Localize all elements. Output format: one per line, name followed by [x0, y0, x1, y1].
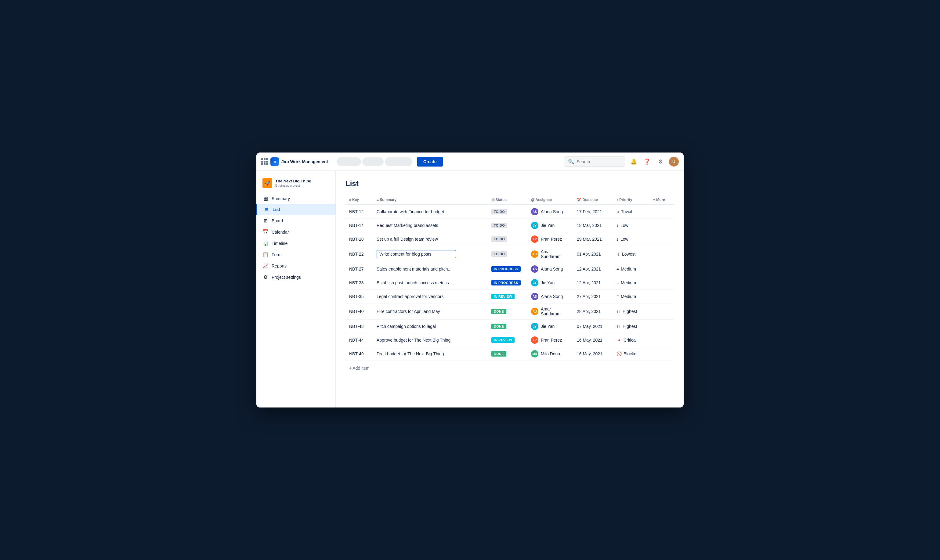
cell-key[interactable]: NBT-33: [345, 276, 373, 290]
notifications-button[interactable]: 🔔: [629, 157, 638, 166]
cell-summary[interactable]: Set up a full Design team review: [373, 232, 488, 246]
cell-assignee[interactable]: AUAmar Sundaram: [527, 303, 573, 320]
col-header-summary[interactable]: ≡ Summary: [373, 195, 488, 205]
priority-label: Medium: [621, 294, 636, 299]
cell-more: [649, 262, 674, 276]
project-name: The Next Big Thing: [275, 179, 329, 184]
cell-priority[interactable]: ⇓Lowest: [613, 246, 649, 262]
cell-priority[interactable]: =Medium: [613, 262, 649, 276]
cell-status[interactable]: DONE: [488, 303, 527, 320]
cell-assignee[interactable]: ASAlana Song: [527, 290, 573, 303]
cell-key[interactable]: NBT-22: [345, 246, 373, 262]
cell-status[interactable]: IN REVIEW: [488, 290, 527, 303]
create-button[interactable]: Create: [417, 157, 443, 166]
col-header-assignee[interactable]: @ Assignee: [527, 195, 573, 205]
cell-priority[interactable]: 🔺Critical: [613, 333, 649, 347]
cell-priority[interactable]: 🚫Blocker: [613, 347, 649, 361]
status-badge: DONE: [492, 309, 506, 314]
user-avatar[interactable]: U: [669, 157, 679, 166]
cell-assignee[interactable]: JYJie Yan: [527, 320, 573, 333]
cell-key[interactable]: NBT-35: [345, 290, 373, 303]
nav-pill-2[interactable]: [362, 157, 384, 166]
search-box[interactable]: 🔍: [564, 157, 625, 166]
cell-more: [649, 333, 674, 347]
app-window: ⟐ Jira Work Management Create 🔍 🔔 ❓ ⚙ U …: [256, 152, 684, 408]
cell-assignee[interactable]: FPFran Perez: [527, 333, 573, 347]
cell-assignee[interactable]: MDMilo Dona: [527, 347, 573, 361]
cell-priority[interactable]: ○Trivial: [613, 205, 649, 219]
col-header-priority[interactable]: ↑ Priority: [613, 195, 649, 205]
cell-summary[interactable]: [373, 246, 488, 262]
cell-summary[interactable]: Pitch campaign options to legal: [373, 320, 488, 333]
nav-pill-3[interactable]: [385, 157, 412, 166]
assignee-avatar: AS: [531, 293, 538, 300]
cell-status[interactable]: TO DO: [488, 232, 527, 246]
col-header-duedate[interactable]: 📅 Due date: [573, 195, 613, 205]
cell-priority[interactable]: ↑↑Highest: [613, 303, 649, 320]
cell-key[interactable]: NBT-40: [345, 303, 373, 320]
cell-key[interactable]: NBT-18: [345, 232, 373, 246]
cell-summary[interactable]: Request Marketing brand assets: [373, 219, 488, 232]
grid-icon[interactable]: [261, 158, 268, 165]
project-header[interactable]: 🚀 The Next Big Thing Business project: [256, 176, 335, 193]
cell-key[interactable]: NBT-44: [345, 333, 373, 347]
nav-pill-1[interactable]: [337, 157, 361, 166]
cell-summary[interactable]: Hire contractors for April and May: [373, 303, 488, 320]
cell-status[interactable]: DONE: [488, 347, 527, 361]
cell-key[interactable]: NBT-14: [345, 219, 373, 232]
table-row: NBT-35Legal contract approval for vendor…: [345, 290, 674, 303]
table-row: NBT-27Sales enablement materials and pit…: [345, 262, 674, 276]
cell-status[interactable]: IN PROGRESS: [488, 262, 527, 276]
sidebar: 🚀 The Next Big Thing Business project ▦ …: [256, 171, 336, 408]
sidebar-item-list[interactable]: ≡ List: [256, 204, 335, 215]
cell-priority[interactable]: ↓Low: [613, 232, 649, 246]
col-header-key[interactable]: # Key: [345, 195, 373, 205]
sidebar-item-project-settings[interactable]: ⚙ Project settings: [256, 271, 335, 283]
cell-assignee[interactable]: ASAlana Song: [527, 262, 573, 276]
sidebar-item-reports[interactable]: 📈 Reports: [256, 260, 335, 271]
cell-summary[interactable]: Collaborate with Finance for budget: [373, 205, 488, 219]
cell-assignee[interactable]: JYJie Yan: [527, 219, 573, 232]
sidebar-item-calendar[interactable]: 📅 Calendar: [256, 226, 335, 238]
cell-summary[interactable]: Establish post-launch success metrics: [373, 276, 488, 290]
col-header-status[interactable]: ◎ Status: [488, 195, 527, 205]
assignee-col-icon: @ Assignee: [531, 198, 552, 202]
sidebar-item-board[interactable]: ⊞ Board: [256, 215, 335, 226]
cell-status[interactable]: DONE: [488, 320, 527, 333]
cell-priority[interactable]: ↓Low: [613, 219, 649, 232]
cell-status[interactable]: TO DO: [488, 219, 527, 232]
settings-button[interactable]: ⚙: [656, 157, 665, 166]
cell-key[interactable]: NBT-43: [345, 320, 373, 333]
sidebar-item-summary[interactable]: ▦ Summary: [256, 193, 335, 204]
cell-status[interactable]: IN REVIEW: [488, 333, 527, 347]
cell-duedate: 28 Apr, 2021: [573, 303, 613, 320]
cell-priority[interactable]: =Medium: [613, 276, 649, 290]
cell-priority[interactable]: =Medium: [613, 290, 649, 303]
sidebar-item-timeline[interactable]: 📊 Timeline: [256, 238, 335, 249]
cell-summary[interactable]: Legal contract approval for vendors: [373, 290, 488, 303]
summary-edit-input[interactable]: [377, 250, 456, 258]
cell-status[interactable]: TO DO: [488, 205, 527, 219]
cell-assignee[interactable]: ASAlana Song: [527, 205, 573, 219]
cell-key[interactable]: NBT-49: [345, 347, 373, 361]
cell-status[interactable]: TO DO: [488, 246, 527, 262]
cell-key[interactable]: NBT-12: [345, 205, 373, 219]
cell-priority[interactable]: ↑↑Highest: [613, 320, 649, 333]
sidebar-item-form[interactable]: 📋 Form: [256, 249, 335, 260]
col-header-more[interactable]: + More: [649, 195, 674, 205]
cell-summary[interactable]: Approve budget for The Next Big Thing: [373, 333, 488, 347]
form-icon: 📋: [262, 252, 268, 257]
jira-logo-icon: ⟐: [270, 157, 279, 166]
search-input[interactable]: [576, 159, 621, 164]
add-item-button[interactable]: + Add item: [345, 362, 674, 374]
cell-key[interactable]: NBT-27: [345, 262, 373, 276]
cell-assignee[interactable]: AUAmar Sundaram: [527, 246, 573, 262]
cell-summary[interactable]: Sales enablement materials and pitch..: [373, 262, 488, 276]
cell-summary[interactable]: Draft budget for The Next Big Thing: [373, 347, 488, 361]
help-button[interactable]: ❓: [642, 157, 652, 166]
status-badge: DONE: [492, 324, 506, 329]
cell-status[interactable]: IN PROGRESS: [488, 276, 527, 290]
cell-assignee[interactable]: FPFran Perez: [527, 232, 573, 246]
assignee-name: Alana Song: [541, 209, 563, 214]
cell-assignee[interactable]: JYJie Yan: [527, 276, 573, 290]
